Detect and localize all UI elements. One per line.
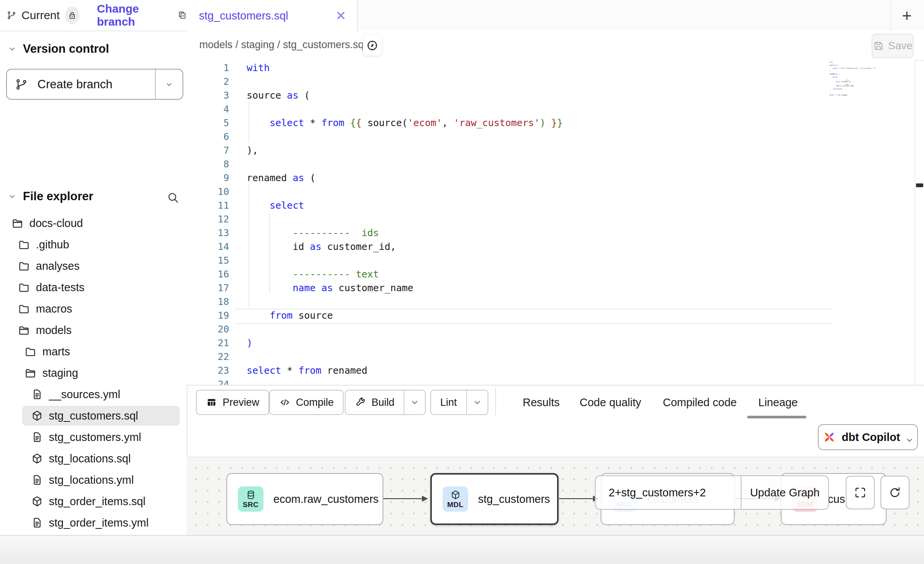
sidebar: Current Change branch Version control Cr… bbox=[0, 0, 187, 535]
editor-minimap[interactable]: with source as ( select * from {{ source… bbox=[829, 62, 877, 100]
refresh-icon bbox=[888, 486, 902, 499]
lineage-node[interactable]: SRCecom.raw_customers bbox=[226, 473, 383, 525]
node-type-badge: MDL bbox=[443, 486, 468, 512]
folder-icon bbox=[18, 281, 30, 293]
file-tree-item[interactable]: marts bbox=[0, 341, 187, 362]
divider bbox=[890, 0, 891, 31]
file-tree-item[interactable]: macros bbox=[0, 298, 187, 319]
active-tab-underline bbox=[747, 416, 806, 418]
file-tree-item[interactable]: stg_customers.yml bbox=[0, 426, 187, 448]
file-tree-item-label: macros bbox=[36, 303, 72, 315]
node-label: ecom.raw_customers bbox=[273, 493, 379, 506]
line-numbers: 123456789101112131415161718192021222324 bbox=[187, 61, 229, 385]
create-branch-label: Create branch bbox=[37, 78, 112, 91]
chevron-down-icon bbox=[473, 398, 481, 407]
file-tree-item-label: staging bbox=[42, 367, 78, 379]
folder-open-icon bbox=[11, 217, 24, 229]
file-tree-item-label: stg_order_items.yml bbox=[49, 517, 149, 529]
file-tree-item-label: .github bbox=[36, 238, 69, 251]
tab-results[interactable]: Results bbox=[523, 385, 560, 420]
build-dropdown[interactable] bbox=[404, 398, 425, 407]
chevron-down-icon bbox=[8, 193, 16, 200]
file-explorer-title: File explorer bbox=[23, 190, 93, 203]
tab-title: stg_customers.sql bbox=[199, 10, 336, 22]
file-tree-item-label: analyses bbox=[36, 260, 79, 272]
dbt-copilot-button[interactable]: dbt Copilot bbox=[818, 424, 918, 450]
file-icon bbox=[31, 517, 43, 529]
file-icon bbox=[31, 388, 43, 400]
preview-button[interactable]: Preview bbox=[196, 390, 269, 415]
tab-compiled-code[interactable]: Compiled code bbox=[663, 385, 737, 420]
file-tree-item-label: models bbox=[36, 324, 72, 337]
save-button[interactable]: Save bbox=[872, 34, 914, 58]
cube-icon bbox=[31, 495, 43, 507]
compass-icon bbox=[366, 39, 378, 52]
graph-selector-input[interactable]: 2+stg_customers+2 bbox=[596, 486, 741, 499]
version-control-header[interactable]: Version control bbox=[8, 42, 109, 56]
file-tree-item[interactable]: staging bbox=[0, 362, 187, 384]
tab-code-quality[interactable]: Code quality bbox=[580, 385, 641, 420]
tab-close-icon[interactable]: ✕ bbox=[336, 9, 347, 22]
git-branch-icon bbox=[15, 78, 27, 91]
chevron-down-icon bbox=[165, 81, 173, 88]
dbt-cloud-ide: Current Change branch Version control Cr… bbox=[0, 0, 924, 564]
folder-icon bbox=[18, 303, 30, 315]
create-branch-button[interactable]: Create branch bbox=[6, 69, 183, 100]
folder-icon bbox=[24, 345, 37, 358]
explore-docs-button[interactable] bbox=[363, 35, 382, 56]
file-tree-item[interactable]: stg_order_items.yml bbox=[0, 512, 187, 533]
cube-icon bbox=[450, 489, 461, 500]
current-branch-label: Current bbox=[21, 9, 60, 22]
file-explorer-header[interactable]: File explorer bbox=[8, 190, 93, 203]
file-tree-item[interactable]: models bbox=[0, 319, 187, 341]
lint-button[interactable]: Lint bbox=[430, 390, 488, 415]
build-button[interactable]: Build bbox=[345, 390, 426, 415]
create-branch-dropdown[interactable] bbox=[156, 70, 183, 99]
cube-icon bbox=[31, 410, 43, 422]
search-icon[interactable] bbox=[166, 191, 179, 204]
file-tree-item[interactable]: stg_customers.sql bbox=[0, 405, 187, 426]
copy-icon[interactable] bbox=[178, 10, 187, 21]
chevron-down-icon bbox=[8, 45, 16, 53]
lineage-canvas[interactable]: SRCecom.raw_customersMDLstg_customersMDL… bbox=[187, 457, 924, 536]
button-label: Lint bbox=[440, 397, 457, 408]
new-tab-button[interactable]: + bbox=[897, 5, 917, 26]
file-tree-item[interactable]: .github bbox=[0, 234, 187, 255]
status-bar bbox=[0, 535, 924, 564]
file-tree-item[interactable]: data-tests bbox=[0, 277, 187, 298]
branch-bar: Current Change branch bbox=[0, 0, 187, 31]
file-tree-item[interactable]: docs-cloud bbox=[0, 212, 187, 234]
file-tree-item[interactable]: stg_locations.yml bbox=[0, 469, 187, 491]
update-graph-button[interactable]: Update Graph bbox=[741, 486, 828, 499]
file-tree-item-label: stg_locations.sql bbox=[49, 452, 131, 465]
table-icon bbox=[206, 397, 217, 408]
fullscreen-button[interactable] bbox=[846, 476, 875, 509]
file-tree-item[interactable]: __sources.yml bbox=[0, 384, 187, 405]
button-label: Build bbox=[372, 397, 394, 408]
tab-lineage[interactable]: Lineage bbox=[758, 385, 798, 420]
scrollbar-thumb[interactable] bbox=[916, 183, 923, 187]
file-tree-item-label: docs-cloud bbox=[29, 217, 83, 230]
chevron-down-icon bbox=[410, 398, 419, 407]
node-type-badge: SRC bbox=[238, 486, 263, 512]
cube-icon bbox=[31, 452, 43, 465]
file-tree-item[interactable]: analyses bbox=[0, 255, 187, 277]
chevron-down-icon bbox=[906, 433, 913, 441]
node-label: cus bbox=[828, 493, 845, 506]
code-editor[interactable]: 123456789101112131415161718192021222324 … bbox=[187, 60, 914, 385]
file-tree-item[interactable]: stg_order_items.sql bbox=[0, 491, 187, 512]
file-tree-item-label: data-tests bbox=[36, 281, 84, 294]
code-content: with source as ( select * from {{ source… bbox=[247, 61, 563, 385]
change-branch-link[interactable]: Change branch bbox=[97, 2, 165, 28]
folder-icon bbox=[18, 238, 30, 251]
refresh-button[interactable] bbox=[880, 476, 909, 509]
editor-tab-active[interactable]: stg_customers.sql ✕ bbox=[187, 0, 358, 31]
file-icon bbox=[31, 431, 43, 443]
lineage-node[interactable]: MDLstg_customers bbox=[430, 473, 559, 525]
lint-dropdown[interactable] bbox=[467, 398, 488, 407]
file-tree-item[interactable]: stg_locations.sql bbox=[0, 448, 187, 469]
compile-button[interactable]: Compile bbox=[269, 390, 344, 415]
node-label: stg_customers bbox=[478, 493, 550, 506]
dbt-copilot-label: dbt Copilot bbox=[842, 431, 900, 444]
lock-icon bbox=[68, 11, 77, 20]
